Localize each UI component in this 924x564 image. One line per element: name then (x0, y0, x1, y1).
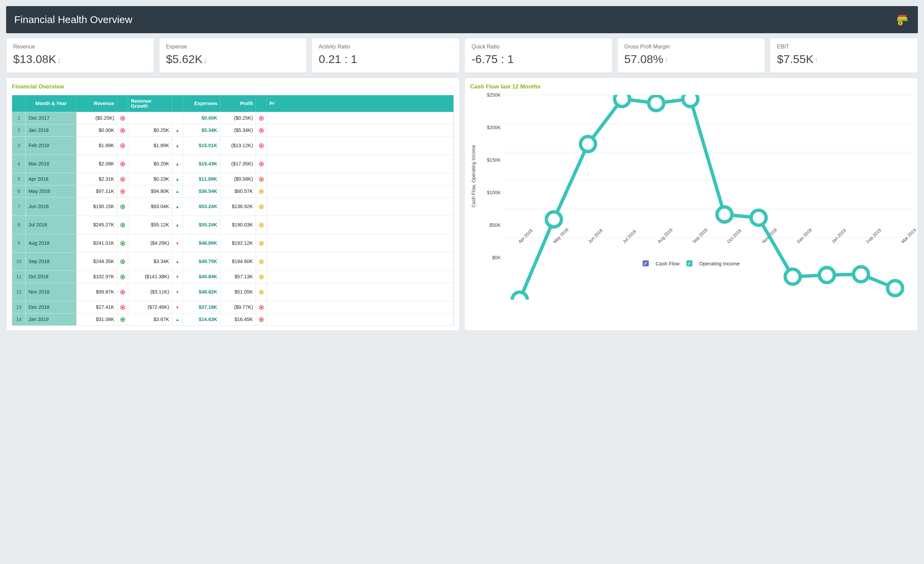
table-row[interactable]: 4 Mar 2018 $2.08K $0.20K ▲ $19.43K ($17.… (12, 154, 453, 173)
cell-extra (267, 198, 453, 216)
cell-profit: $51.05K (220, 283, 256, 301)
cell-rev-indicator (117, 216, 128, 234)
kpi-card[interactable]: Expense $5.62K↓ (159, 38, 307, 73)
status-indicator-icon (120, 259, 125, 264)
x-tick: Apr 2018 (517, 228, 534, 244)
y-tick: $150K (480, 157, 501, 163)
cell-growth-indicator: ▲ (172, 198, 183, 216)
trend-down-icon: ▼ (176, 242, 180, 245)
status-indicator-icon (259, 305, 264, 310)
table-row[interactable]: 11 Oct 2018 $102.97K ($141.38K) ▼ $45.84… (12, 270, 453, 283)
cell-growth: ($3.11K) (128, 283, 172, 301)
cell-growth-indicator: ▼ (172, 271, 183, 283)
cell-rev-indicator (117, 252, 128, 270)
trend-up-icon: ▲ (176, 144, 180, 148)
kpi-value: 57.08%↑ (624, 52, 758, 66)
cell-rev-indicator (117, 173, 128, 185)
status-indicator-icon (120, 189, 125, 194)
table-row[interactable]: 7 Jun 2018 $190.15K $93.04K ▲ $53.24K $1… (12, 197, 453, 216)
legend-swatch-opincome[interactable]: ✓ (686, 260, 693, 266)
financial-overview-panel: Financial Overview Month & Year Revenue … (6, 78, 460, 331)
cell-expenses: $53.24K (183, 198, 220, 216)
table-row[interactable]: 12 Nov 2018 $99.87K ($3.11K) ▼ $48.82K $… (12, 283, 453, 301)
table-row[interactable]: 3 Feb 2018 $1.89K $1.89K ▲ $15.01K ($13.… (12, 136, 453, 154)
kpi-card[interactable]: EBIT $7.55K↑ (770, 38, 918, 73)
trend-up-icon: ▲ (176, 129, 180, 132)
kpi-card[interactable]: Quick Ratio -6.75 : 1 (464, 38, 612, 73)
table-row[interactable]: 2 Jan 2018 $0.00K $0.25K ▲ $5.34K ($5.34… (12, 124, 453, 136)
cell-growth-indicator (172, 112, 183, 124)
cell-profit: $194.60K (220, 252, 256, 270)
kpi-card[interactable]: Revenue $13.08K↓ (6, 38, 154, 73)
table-row[interactable]: 10 Sep 2018 $244.35K $3.34K ▲ $49.75K $1… (12, 252, 453, 270)
cell-profit: $190.03K (220, 216, 256, 234)
status-indicator-icon (259, 223, 264, 227)
kpi-card[interactable]: Gross Proft Margin 57.08%↑ (617, 38, 765, 73)
y-tick: $0K (480, 255, 501, 260)
cell-rev-indicator (117, 314, 128, 326)
kpi-value: $13.08K↓ (13, 52, 147, 66)
x-tick: Feb 2019 (866, 227, 882, 244)
cell-expenses: $45.84K (183, 271, 220, 283)
line-point[interactable] (888, 280, 903, 296)
table-row[interactable]: 5 Apr 2018 $2.31K $0.23K ▲ $11.89K ($9.5… (12, 173, 453, 185)
table-row[interactable]: 8 Jul 2018 $245.27K $55.12K ▲ $55.24K $1… (12, 216, 453, 234)
cell-profit: $192.12K (220, 234, 256, 252)
table-row[interactable]: 9 Aug 2018 $241.01K ($4.26K) ▼ $48.89K $… (12, 234, 453, 252)
kpi-label: Gross Proft Margin (624, 44, 758, 50)
col-index[interactable] (12, 95, 26, 112)
cell-growth-indicator: ▼ (172, 283, 183, 301)
cell-extra (267, 234, 453, 252)
x-tick: Jan 2019 (831, 228, 847, 244)
legend-swatch-cashflow[interactable]: ✓ (643, 260, 649, 266)
cell-revenue: $244.35K (76, 252, 117, 270)
cell-growth-indicator: ▲ (172, 314, 183, 326)
row-number: 12 (12, 283, 26, 301)
cell-profit-indicator (256, 124, 267, 136)
line-point[interactable] (819, 267, 834, 282)
col-revenue[interactable]: Revenue (76, 95, 117, 112)
status-indicator-icon (259, 116, 264, 121)
status-indicator-icon (259, 189, 264, 194)
status-indicator-icon (120, 305, 125, 310)
kpi-card[interactable]: Activity Ratio 0.21 : 1 (312, 38, 460, 73)
col-expenses[interactable]: Expenses (183, 95, 220, 112)
col-profit[interactable]: Profit (220, 95, 256, 112)
trend-up-icon: ▲ (176, 318, 180, 322)
cell-expenses: $14.63K (183, 314, 220, 326)
cell-rev-indicator (117, 198, 128, 216)
status-indicator-icon (120, 241, 125, 246)
cell-extra (267, 216, 453, 234)
cell-revenue: $97.11K (76, 185, 117, 197)
kpi-label: Revenue (13, 44, 147, 50)
cell-month: Jan 2018 (26, 124, 76, 136)
cell-profit-indicator (256, 234, 267, 252)
col-growth[interactable]: Revenue Growth (128, 95, 172, 112)
table-row[interactable]: 13 Dec 2018 $27.41K ($72.46K) ▼ $37.18K … (12, 301, 453, 313)
col-month[interactable]: Month & Year (26, 95, 76, 112)
cell-profit: ($13.12K) (220, 136, 256, 154)
table-row[interactable]: 14 Jan 2019 $31.08K $3.67K ▲ $14.63K $16… (12, 313, 453, 326)
cash-flow-chart[interactable]: Apr 2018 May 2018 Jun 2018 Jul 2018 Aug … (480, 95, 912, 258)
status-indicator-icon (120, 128, 125, 133)
x-tick: Mar 2019 (900, 227, 917, 244)
chart-y-axis-label: Cash Flow, Operating Income (470, 95, 477, 258)
page-title: Financial Health Overview (14, 14, 132, 26)
status-indicator-icon (259, 143, 264, 148)
status-indicator-icon (120, 162, 125, 166)
cell-expenses: $5.34K (183, 124, 220, 136)
line-point[interactable] (785, 269, 800, 284)
cell-growth-indicator: ▲ (172, 252, 183, 270)
cell-growth: $55.12K (128, 216, 172, 234)
status-indicator-icon (259, 177, 264, 182)
cell-rev-indicator (117, 283, 128, 301)
line-point[interactable] (854, 267, 868, 282)
line-point[interactable] (512, 292, 527, 300)
table-row[interactable]: 6 May 2018 $97.11K $94.80K ▲ $36.54K $60… (12, 185, 453, 197)
table-row[interactable]: 1 Dec 2017 ($0.25K) $0.00K ($0.25K) (12, 112, 453, 124)
trend-up-icon: ▲ (176, 223, 180, 227)
col-extra[interactable]: Pr (267, 95, 453, 112)
cell-extra (267, 314, 453, 326)
cell-rev-indicator (117, 124, 128, 136)
trend-up-icon: ▲ (176, 205, 180, 209)
